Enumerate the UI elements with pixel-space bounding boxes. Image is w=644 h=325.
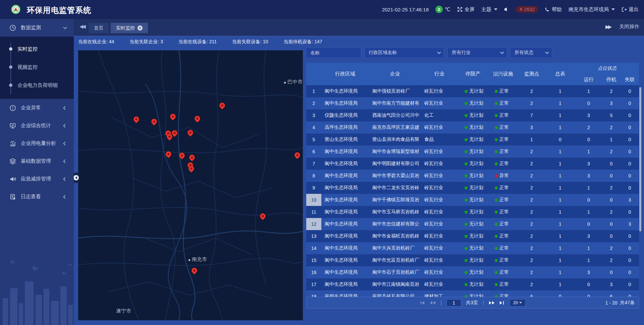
collapse-arrow-icon — [73, 175, 79, 180]
sidebar-item-企业异常[interactable]: 企业异常 — [0, 99, 74, 117]
bell-icon — [519, 7, 523, 11]
tab-实时监控[interactable]: 实时监控✕ — [111, 23, 148, 33]
row-index-cell: 15 — [306, 254, 321, 266]
sidebar-item-企业用电量分析[interactable]: 企业用电量分析 — [0, 134, 74, 152]
chevron-down-icon — [494, 8, 497, 10]
sidebar-item-企业综合统计[interactable]: 企业综合统计 — [0, 117, 74, 134]
sidebar-subitem-实时监控[interactable]: 实时监控 — [0, 40, 74, 58]
table-row[interactable]: 2阆中生态环境局阆中市南方节能建材有砖瓦行业无计划正常21030 — [306, 97, 639, 109]
region-cell: 仪陇生态环境局 — [321, 109, 369, 121]
stopped-count-cell: 0 — [602, 170, 621, 182]
pollution-facility-cell: 正常 — [488, 121, 518, 133]
sidebar-item-基础数据管理[interactable]: 基础数据管理 — [0, 152, 74, 170]
running-count-cell: 0 — [575, 133, 602, 146]
table-row[interactable]: 4高坪生态环境局南充市高坪区王家店建砖瓦行业无计划正常31220 — [306, 121, 639, 133]
industry-select[interactable]: 所有行业 — [447, 47, 507, 58]
col-header-points: 监测点 — [518, 63, 545, 85]
temperature-badge: 0 — [435, 6, 443, 13]
skyline-decoration — [0, 255, 74, 325]
stat-item: 当前失联企业: 3 — [129, 39, 163, 45]
region-select[interactable]: 行政区域名称 — [364, 47, 444, 58]
offline-count-cell: 0 — [621, 97, 639, 109]
name-search-input[interactable] — [310, 50, 357, 55]
last-page-button[interactable] — [499, 301, 505, 305]
sidebar-item-数据监测[interactable]: 数据监测 — [0, 19, 74, 37]
company-cell: 南充市高坪区王家店建 — [369, 121, 421, 133]
chart-icon — [9, 140, 16, 147]
next-page-button[interactable] — [489, 301, 495, 305]
tabs-scroll-right-button[interactable]: ▶▶ — [605, 24, 610, 30]
notification-badge[interactable]: 2632 — [516, 6, 538, 13]
pollution-facility-cell: 正常 — [488, 278, 518, 290]
table-row[interactable]: 16阆中生态环境局阆中市石子页岩机砖厂砖瓦行业无计划正常21300 — [306, 266, 639, 278]
table-row[interactable]: 10阆中生态环境局阆中千佛镇五郎垭页岩砖瓦行业无计划正常21003 — [306, 194, 639, 206]
logout-button[interactable]: 退出 — [622, 6, 639, 13]
sidebar-subitem-视频监控[interactable]: 视频监控 — [0, 58, 74, 76]
running-count-cell: 1 — [575, 242, 602, 254]
sidebar-collapse-button[interactable] — [73, 173, 79, 183]
stopped-count-cell: 5 — [602, 109, 621, 121]
tab-首页[interactable]: 首页 — [89, 23, 109, 33]
tab-close-icon[interactable]: ✕ — [138, 25, 143, 31]
status-dot-icon — [495, 199, 498, 202]
table-row[interactable]: 11阆中生态环境局阆中市五马桥页岩机砖砖瓦行业无计划正常21120 — [306, 206, 639, 218]
status-dot-icon — [495, 271, 498, 274]
row-index-cell: 12 — [306, 218, 321, 230]
page-number-input[interactable]: 1 — [446, 299, 461, 307]
table-row[interactable]: 5营山生态环境局营山县润丰肉食品有限食品无计划正常10010 — [306, 133, 639, 146]
table-row[interactable]: 15阆中生态环境局阆中市光富页岩机砖厂砖瓦行业无计划正常21120 — [306, 254, 639, 266]
close-operations-button[interactable]: 关闭操作 — [619, 23, 639, 30]
status-dot-icon — [465, 90, 468, 93]
table-row[interactable]: 8阆中生态环境局阆中市枣碧大梁山页岩砖瓦行业无计划异常21300 — [306, 170, 639, 182]
company-cell: 阆中明阳建材有限公司 — [369, 158, 421, 170]
table-row[interactable]: 1阆中生态环境局阆中强锐页岩砖厂砖瓦行业无计划正常21120 — [306, 85, 639, 97]
col-header-running: 运行 — [575, 74, 602, 85]
mute-button[interactable] — [504, 7, 509, 12]
status-select[interactable]: 所有状态 — [510, 47, 552, 58]
help-button[interactable]: 帮助 — [545, 6, 562, 13]
monitor-points-cell: 3 — [518, 121, 545, 133]
chevron-left-icon — [63, 106, 67, 110]
enterprise-table-body: 1阆中生态环境局阆中强锐页岩砖厂砖瓦行业无计划正常211202阆中生态环境局阆中… — [306, 85, 639, 297]
prev-page-button[interactable] — [430, 301, 436, 305]
status-dot-icon — [465, 102, 468, 105]
limit-production-cell: 无计划 — [458, 206, 488, 218]
fullscreen-button[interactable]: 全屏 — [457, 6, 475, 13]
row-index-cell: 18 — [306, 290, 321, 297]
table-row[interactable]: 18南部生态环境局南部县砖瓦有限公司建材加工无计划正常60060 — [306, 290, 639, 297]
table-row[interactable]: 14阆中生态环境局阆中大兴页岩机砖厂砖瓦行业无计划正常21120 — [306, 242, 639, 254]
status-dot-icon — [495, 283, 498, 286]
org-dropdown[interactable]: 南充市生态环境局 — [569, 6, 615, 13]
monitor-points-cell: 2 — [518, 266, 545, 278]
total-meters-cell: 1 — [545, 206, 575, 218]
gis-map[interactable]: 巴中市南充市遂宁市 — [78, 50, 303, 320]
tabs-scroll-left-button[interactable]: ◀◀ — [79, 23, 85, 30]
table-row[interactable]: 17阆中生态环境局阆中市江南镇阆南页岩砖瓦行业无计划正常21030 — [306, 278, 639, 290]
theme-dropdown[interactable]: 主题 — [481, 6, 497, 13]
tab-label: 首页 — [94, 25, 103, 31]
limit-production-cell: 无计划 — [458, 121, 488, 133]
monitor-points-cell: 2 — [518, 146, 545, 158]
status-stats-bar: 当前在线企业: 44当前失联企业: 3当前在线设备: 211当前失联设备: 10… — [78, 37, 322, 47]
page-size-select[interactable]: 20 — [509, 299, 526, 307]
name-search-input-wrap — [306, 47, 361, 58]
page-title: 环保用电监管系统 — [27, 5, 91, 15]
row-index-cell: 13 — [306, 230, 321, 242]
industry-cell: 砖瓦行业 — [421, 266, 458, 278]
sidebar-item-应急减排管理[interactable]: 应急减排管理 — [0, 170, 74, 188]
monitor-points-cell: 2 — [518, 254, 545, 266]
sidebar-item-日志查看[interactable]: 日志查看 — [0, 188, 74, 206]
table-row[interactable]: 3仪陇生态环境局西南油气田分公司川中化工无计划正常71350 — [306, 109, 639, 121]
table-row[interactable]: 13阆中生态环境局阆中市金福旺页岩机砖砖瓦行业无计划正常21300 — [306, 230, 639, 242]
offline-count-cell: 0 — [621, 170, 639, 182]
table-scrollbar[interactable] — [639, 87, 641, 231]
first-page-button[interactable] — [420, 301, 425, 305]
sidebar-subitem-企业电力负荷明细[interactable]: 企业电力负荷明细 — [0, 76, 74, 94]
table-row[interactable]: 12阆中生态环境局阆中市忠信建材有限公砖瓦行业无计划正常21003 — [306, 218, 639, 230]
status-dot-icon — [465, 150, 468, 153]
region-cell: 阆中生态环境局 — [321, 266, 369, 278]
table-row[interactable]: 7阆中生态环境局阆中明阳建材有限公司砖瓦行业无计划正常21300 — [306, 158, 639, 170]
table-row[interactable]: 9阆中生态环境局阆中市二龙长宝页岩砖砖瓦行业无计划正常21120 — [306, 182, 639, 194]
table-row[interactable]: 6阆中生态环境局阆中市金博瑞新型墙材砖瓦行业无计划正常21120 — [306, 146, 639, 158]
status-dot-icon — [495, 138, 498, 141]
